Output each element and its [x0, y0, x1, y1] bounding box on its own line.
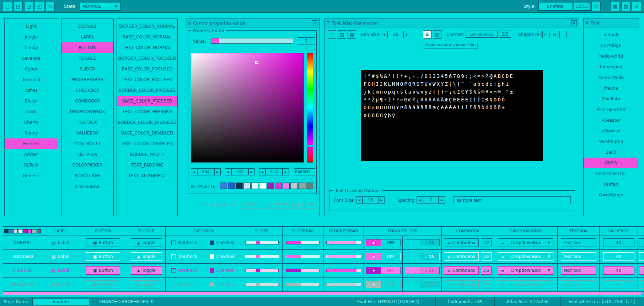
combobox-index[interactable]: 1/2 — [481, 266, 492, 275]
clipped-control[interactable] — [639, 266, 644, 275]
close-atlas-button[interactable]: × — [571, 20, 577, 26]
color-swatch[interactable] — [4, 229, 9, 233]
sample-sliderbar[interactable] — [286, 269, 320, 272]
reload-style-button[interactable]: ↻ — [591, 2, 601, 11]
charset-mode-button[interactable]: ▥ — [433, 30, 441, 39]
green-decrease-button[interactable]: ◀ — [225, 168, 231, 175]
spacing-value[interactable]: 0 — [423, 196, 439, 204]
clipped-control[interactable] — [639, 252, 644, 261]
font-text-button[interactable]: T — [328, 30, 336, 39]
list-item-cherry[interactable]: Cherry — [5, 117, 58, 128]
checkbox-checked[interactable] — [210, 268, 214, 273]
sample-dropdownbox[interactable]: ≡DropdownBox▼ — [498, 266, 553, 275]
shapes-rec-button-2[interactable]: ▨ — [551, 31, 558, 38]
list-item-amber[interactable]: Amber — [5, 149, 58, 160]
color-swatch[interactable] — [275, 183, 282, 189]
sample-sliderbar[interactable] — [286, 241, 320, 244]
color-swatch[interactable] — [228, 183, 235, 189]
align-left-button[interactable]: ◧ LEFT — [238, 201, 261, 209]
checkbox-unchecked[interactable] — [171, 241, 176, 245]
list-item-border-color-disabled[interactable]: BORDER_COLOR_DISABLED — [117, 117, 177, 128]
toggle-slider-knob[interactable]: ▫ON — [420, 239, 439, 246]
color-swatch[interactable] — [236, 183, 243, 189]
color-swatch[interactable] — [283, 183, 290, 189]
list-item-label[interactable]: LABEL — [61, 32, 113, 42]
list-item-valuebox[interactable]: VALUEBOX — [61, 128, 113, 138]
save-style-button[interactable]: ◲ — [24, 2, 33, 11]
shapes-rec-button-1[interactable]: ◰ — [542, 31, 549, 38]
color-swatch[interactable] — [298, 183, 305, 189]
sample-combobox[interactable]: ⇄ComboBox — [444, 266, 479, 275]
clipped-control[interactable] — [639, 238, 644, 247]
spacing-decrease-button[interactable]: ◀ — [417, 196, 423, 204]
toggle-slider-knob[interactable]: ▪ — [366, 267, 381, 274]
font-size-value[interactable]: 16 — [363, 196, 378, 204]
list-item-border-color-pressed[interactable]: BORDER_COLOR_PRESSED — [117, 85, 177, 96]
toggle-slider-knob[interactable]: ▫ON — [420, 267, 439, 274]
list-item-control11[interactable]: CONTROL11 — [61, 138, 113, 149]
hex-value-box[interactable]: EA66D9... — [294, 168, 315, 175]
sample-textbox[interactable]: text box — [561, 238, 596, 247]
font-size-decrease-button[interactable]: ◀ — [356, 196, 363, 204]
value-slider[interactable] — [211, 38, 293, 44]
toggle-slider-on[interactable]: ▫ON — [405, 239, 440, 246]
combobox-index[interactable]: 1/2 — [481, 238, 492, 247]
sample-toggle[interactable]: ▲Toggle — [131, 266, 162, 275]
toggle-slider-off[interactable]: ▪OFF — [366, 239, 401, 246]
list-item-pixeloperator[interactable]: PixelOperator — [584, 104, 639, 115]
list-item-textbox[interactable]: TEXTBOX — [61, 117, 113, 128]
color-swatch[interactable] — [290, 183, 297, 189]
checkbox-checked[interactable] — [210, 254, 214, 259]
gen-size-increase-button[interactable]: ▶ — [404, 31, 410, 38]
list-item-fairfax[interactable]: Fairfax — [584, 179, 639, 190]
align-right-button[interactable]: ◨ RIGHT — [294, 201, 316, 209]
list-item-ashes[interactable]: Ashes — [5, 85, 58, 96]
sample-textbox[interactable]: text box — [561, 266, 596, 275]
test-table-button[interactable]: ▤ — [621, 2, 630, 11]
list-item-pixelintv[interactable]: PixelIntv — [584, 94, 639, 104]
checkbox-unchecked[interactable] — [171, 268, 176, 273]
font-panel-titlebar[interactable]: A Font — [584, 19, 639, 27]
gen-size-decrease-button[interactable]: ◀ — [381, 31, 387, 38]
gen-size-value[interactable]: 16 — [387, 31, 404, 38]
list-item-genesis[interactable]: Genesis — [5, 170, 58, 181]
color-swatch[interactable] — [14, 229, 18, 233]
list-item-cyber[interactable]: Cyber — [5, 64, 58, 74]
color-swatch[interactable] — [18, 229, 22, 233]
charset-value-box[interactable]: ISO-8859-15 — [466, 31, 498, 38]
spacing-increase-button[interactable]: ▶ — [439, 196, 445, 204]
hue-bar-knob[interactable] — [306, 145, 314, 147]
list-item-homespun[interactable]: homespun — [584, 62, 639, 72]
toggle-slider-off[interactable]: ▪OFF — [366, 253, 401, 260]
checkbox-checked[interactable] — [210, 241, 214, 245]
list-item-jungle[interactable]: Jungle — [5, 32, 58, 42]
font-atlas-preview[interactable]: !"#$%&'()*+,-./0123456789:;<=>?@ABCDE FG… — [361, 70, 543, 161]
style-name-box[interactable]: Enefete — [538, 2, 572, 11]
state-dropdown[interactable]: NORMAL ▼ — [80, 2, 120, 11]
list-item-checkbox[interactable]: CHECKBOX — [61, 85, 113, 96]
sample-button[interactable]: ▣Button — [86, 252, 120, 261]
list-item-text-color-pressed[interactable]: TEXT_COLOR_PRESSED — [117, 106, 177, 117]
slider-knob[interactable] — [256, 241, 260, 244]
red-decrease-button[interactable]: ◀ — [191, 168, 197, 175]
shapes-rec-button-3[interactable]: ◻ — [559, 31, 567, 38]
randomize-style-button[interactable]: ⇆ — [45, 2, 55, 11]
list-item-gmsn[interactable]: GMSN — [584, 158, 638, 168]
font-atlas-window-button[interactable]: ▦ — [611, 2, 620, 11]
list-item-owrekynge[interactable]: OwreKynge — [584, 190, 639, 200]
list-item-v5loxical[interactable]: v5loxical — [584, 126, 639, 136]
combobox-index[interactable]: 1/2 — [481, 252, 492, 261]
list-item-border-color-normal[interactable]: BORDER_COLOR_NORMAL — [117, 21, 177, 32]
open-style-button[interactable]: ◳ — [14, 2, 23, 11]
sample-slider[interactable] — [245, 241, 279, 244]
list-item-slider[interactable]: SLIDER — [61, 64, 113, 74]
list-item-listview[interactable]: LISTVIEW — [61, 149, 113, 160]
list-item-rltech[interactable]: RLTech — [5, 160, 58, 170]
sample-text-input[interactable]: sample text — [454, 196, 571, 204]
list-item-text-color-normal[interactable]: TEXT_COLOR_NORMAL — [117, 42, 177, 53]
color-swatch[interactable] — [267, 183, 274, 189]
export-style-button[interactable]: ◰ — [35, 2, 44, 11]
color-swatch[interactable] — [23, 229, 27, 233]
list-item-base-color-disabled[interactable]: BASE_COLOR_DISABLED — [117, 128, 177, 138]
sample-combobox[interactable]: ⇄ComboBox — [444, 252, 479, 261]
